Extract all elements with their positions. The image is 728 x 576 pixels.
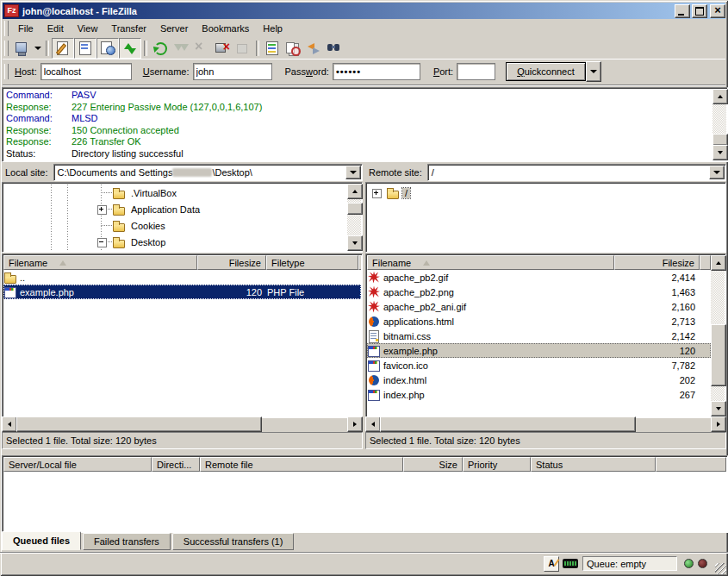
quickconnect-bar: Host: Username: Password: Port: Quickcon… [3, 59, 725, 85]
file-cell-text: applications.html [383, 316, 454, 327]
reconnect-button[interactable] [233, 39, 253, 58]
local-site-combo[interactable]: C:\Documents and Settings\Desktop\ [53, 164, 363, 181]
file-row[interactable]: favicon.ico7,782 [367, 358, 711, 373]
log-line-label: Response: [4, 125, 72, 137]
resize-grip[interactable] [715, 563, 726, 574]
tree-item-content: Cookies [113, 220, 168, 232]
expand-icon[interactable] [97, 205, 107, 215]
file-row[interactable]: example.php120PHP File1 [3, 285, 361, 299]
file-row[interactable]: bitnami.css2,142 [367, 329, 711, 343]
file-row[interactable]: index.php267 [367, 387, 711, 402]
queue-column-serverlocalfile[interactable]: Server/Local file [3, 457, 152, 472]
window-title: john@localhost - FileZilla [22, 6, 673, 16]
column-header-filesize[interactable]: Filesize [614, 255, 700, 270]
queue-column-size[interactable]: Size [403, 457, 463, 472]
expand-icon[interactable] [372, 189, 382, 198]
column-header-label: Size [439, 460, 457, 470]
menubar-gripper[interactable] [4, 21, 9, 36]
file-cell-text: apache_pb2.png [383, 287, 454, 297]
toggle-remote-tree-button[interactable] [96, 38, 119, 59]
column-header-filetype[interactable]: Filetype [266, 255, 358, 270]
quickconnect-gripper[interactable] [4, 64, 9, 79]
close-button[interactable] [710, 4, 725, 18]
quickconnect-button[interactable]: Quickconnect [506, 62, 586, 81]
refresh-button[interactable] [150, 39, 171, 58]
menu-item-server[interactable]: Server [153, 22, 195, 35]
transfer-type-icon[interactable]: A [544, 556, 559, 572]
toolbar-gripper[interactable] [4, 41, 9, 56]
log-scrollbar[interactable] [712, 89, 726, 160]
tab-failed-transfers[interactable]: Failed transfers [83, 533, 171, 550]
column-header-l[interactable]: L [358, 255, 361, 270]
queue-column-directi[interactable]: Directi... [152, 457, 200, 472]
file-cell-size: 7,782 [614, 358, 700, 373]
quickconnect-dropdown-button[interactable] [586, 61, 601, 82]
local-tree-scrollbar[interactable] [347, 184, 361, 251]
file-cell-size: 2,142 [614, 329, 700, 343]
file-row[interactable]: index.html202 [367, 373, 711, 387]
tab-queued-files[interactable]: Queued files [2, 531, 81, 550]
log-line: Response:226 Transfer OK [4, 136, 712, 148]
username-input[interactable] [193, 63, 272, 80]
toggle-local-tree-button[interactable] [74, 38, 96, 59]
file-row[interactable]: applications.html2,713 [367, 314, 711, 329]
maximize-button[interactable] [692, 4, 707, 18]
column-header-filename[interactable]: Filename [3, 255, 197, 270]
process-queue-button[interactable] [171, 39, 191, 58]
tree-item[interactable]: Desktop [4, 234, 360, 250]
file-row[interactable]: .. [3, 270, 361, 285]
file-row[interactable]: apache_pb2.gif2,414 [367, 270, 711, 285]
remote-site-dropdown-button[interactable] [709, 166, 725, 179]
minimize-button[interactable] [675, 4, 690, 18]
collapse-icon[interactable] [97, 238, 107, 247]
disconnect-button[interactable] [212, 39, 233, 58]
scroll-up-icon [352, 190, 358, 193]
tab-successful-transfers-[interactable]: Successful transfers (1) [172, 533, 295, 550]
remote-hscrollbar[interactable] [365, 416, 726, 430]
menu-item-edit[interactable]: Edit [40, 22, 71, 35]
cancel-button[interactable] [191, 39, 212, 58]
tree-item[interactable]: / [368, 185, 724, 201]
refresh-icon [152, 41, 168, 56]
local-file-list: FilenameFilesizeFiletypeL ..example.php1… [2, 254, 363, 418]
menu-item-view[interactable]: View [71, 22, 105, 35]
column-header-filename[interactable]: Filename [367, 255, 614, 270]
file-row[interactable]: apache_pb2_ani.gif2,160 [367, 299, 711, 314]
file-cell-text: 7,782 [671, 360, 695, 371]
queue-column-remotefile[interactable]: Remote file [200, 457, 403, 472]
file-cell-text: 2,713 [671, 316, 695, 327]
menu-item-help[interactable]: Help [256, 22, 289, 35]
sync-browse-button[interactable] [303, 39, 324, 58]
menu-item-transfer[interactable]: Transfer [104, 22, 153, 35]
port-input[interactable] [457, 63, 495, 80]
tree-item[interactable]: Application Data [4, 201, 360, 217]
file-cell-size: 120 [197, 285, 266, 299]
queue-column-priority[interactable]: Priority [463, 457, 531, 472]
local-site-label: Local site: [2, 167, 53, 178]
site-manager-dropdown-button[interactable] [32, 39, 43, 58]
file-row[interactable]: apache_pb2.png1,463 [367, 285, 711, 299]
host-input[interactable] [40, 63, 132, 80]
remote-site-combo[interactable]: / [427, 164, 726, 181]
compare-button[interactable] [283, 39, 303, 58]
file-row[interactable]: example.php120 [367, 343, 711, 358]
local-site-dropdown-button[interactable] [345, 166, 361, 179]
queue-status-text: Queue: empty [582, 556, 677, 571]
password-input[interactable] [333, 63, 420, 80]
site-manager-button[interactable] [11, 39, 32, 58]
tree-item[interactable]: .VirtualBox [4, 185, 360, 201]
find-button[interactable] [324, 39, 345, 58]
remote-list-scrollbar[interactable] [711, 255, 725, 416]
tree-item[interactable]: Cookies [4, 217, 360, 234]
toggle-message-log-button[interactable] [52, 38, 74, 59]
filter-button[interactable] [262, 39, 283, 58]
chevron-down-icon [713, 171, 720, 174]
menu-item-file[interactable]: File [11, 22, 40, 35]
toggle-transfer-queue-button[interactable] [119, 38, 141, 59]
title-bar[interactable]: Fz john@localhost - FileZilla [3, 3, 725, 19]
encryption-status-icon[interactable] [563, 559, 578, 568]
column-header-filesize[interactable]: Filesize [197, 255, 266, 270]
local-hscrollbar[interactable] [2, 416, 363, 430]
queue-column-status[interactable]: Status [531, 457, 656, 472]
menu-item-bookmarks[interactable]: Bookmarks [195, 22, 256, 35]
